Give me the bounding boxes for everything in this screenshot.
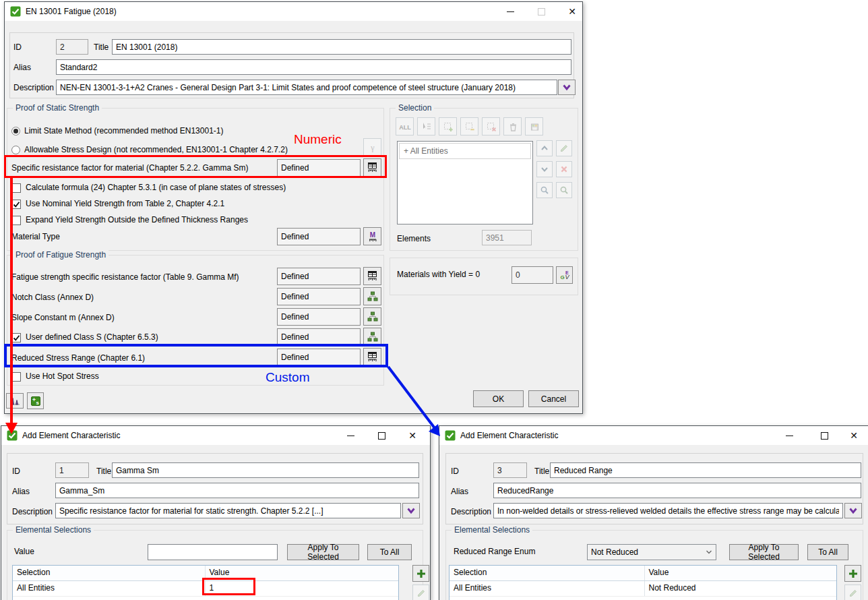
selection-list[interactable]: + All Entities (397, 141, 533, 224)
gamma-sm-value: Defined (277, 159, 361, 177)
check-mark (13, 334, 20, 342)
numeric-table-icon (367, 162, 378, 173)
elements-count-field (482, 230, 532, 245)
pencil-icon (559, 144, 569, 153)
left-dialog: Add Element Characteristic ✕ ID Title Al… (1, 425, 431, 600)
svg-text:V: V (565, 274, 569, 280)
custom-annotation-label: Custom (266, 370, 309, 385)
static-group-title: Proof of Static Strength (13, 103, 102, 113)
minimize-button[interactable] (499, 2, 521, 21)
maximize-button[interactable] (371, 426, 392, 445)
limit-state-radio[interactable] (11, 127, 20, 136)
notch-class-tree-button[interactable] (363, 287, 381, 305)
sn-curve-button[interactable]: +s (27, 392, 44, 409)
expand-yield-checkbox[interactable] (11, 216, 21, 225)
numeric-annotation-label: Numeric (294, 132, 342, 147)
combobox-value: Not Reduced (591, 547, 638, 557)
title-field[interactable] (112, 39, 571, 55)
close-button[interactable]: ✕ (402, 426, 423, 445)
hot-spot-checkbox[interactable] (11, 372, 21, 382)
egv-icon: EGV (559, 270, 570, 280)
description-expand-button[interactable] (844, 503, 862, 518)
alias-field[interactable] (56, 59, 571, 75)
hot-spot-label: Use Hot Spot Stress (26, 371, 99, 382)
materials-egv-button[interactable]: EGV (556, 266, 573, 284)
table-header: Selection Value (450, 566, 836, 581)
maximize-button[interactable] (813, 426, 835, 445)
alias-label: Alias (12, 487, 30, 497)
magnifier-icon (559, 185, 569, 195)
distribution-button[interactable] (6, 393, 24, 409)
pencil-icon (416, 589, 426, 598)
cell-selection: All Entities (13, 581, 206, 596)
selection-list-item[interactable]: + All Entities (399, 143, 531, 159)
description-field[interactable] (493, 503, 843, 518)
alias-field[interactable] (55, 483, 419, 498)
app-check-icon (445, 430, 456, 441)
svg-text:s: s (36, 400, 39, 406)
title-label: Title (96, 467, 111, 477)
elemental-group-title: Elemental Selections (452, 525, 532, 535)
minimize-button[interactable] (778, 426, 800, 445)
cursor-list-icon (421, 121, 432, 132)
close-button[interactable]: ✕ (843, 426, 865, 445)
column-value: Value (206, 566, 399, 580)
allowable-stress-radio[interactable] (11, 146, 20, 154)
material-type-button[interactable]: M (363, 227, 381, 245)
description-field[interactable] (56, 80, 557, 95)
chevron-down-icon (406, 506, 416, 516)
selection-group-title: Selection (396, 103, 434, 113)
table-row[interactable]: All Entities Not Reduced (450, 581, 836, 597)
gamma-sm-table-button[interactable] (363, 158, 381, 177)
table-row[interactable]: All Entities 1 (13, 581, 398, 597)
zoom-out-button (556, 182, 572, 198)
reduced-stress-table-button[interactable] (363, 348, 381, 366)
numeric-table-icon (367, 351, 378, 363)
selection-add-button (439, 117, 457, 136)
slope-constant-tree-button[interactable] (363, 307, 381, 326)
description-field[interactable] (55, 503, 401, 518)
reduced-range-combobox[interactable]: Not Reduced (587, 544, 716, 560)
close-button[interactable]: ✕ (561, 2, 583, 21)
gamma-mf-value: Defined (277, 268, 361, 285)
svg-text:γ: γ (370, 143, 375, 152)
plus-icon (848, 568, 859, 579)
material-type-value: Defined (277, 228, 361, 245)
tree-icon (367, 291, 378, 302)
selection-remove-icon (486, 121, 497, 132)
apply-to-selected-button[interactable]: Apply To Selected (287, 544, 359, 560)
fatigue-strength-group: Proof of Fatigue Strength Fatigue streng… (7, 255, 384, 386)
calc-formula-label: Calculate formula (24) Chapter 5.3.1 (in… (26, 183, 286, 193)
user-class-s-tree-button[interactable] (363, 328, 381, 346)
edit-row-button (844, 584, 861, 600)
alias-field[interactable] (493, 483, 861, 498)
to-all-button[interactable]: To All (807, 544, 848, 560)
apply-to-selected-button[interactable]: Apply To Selected (729, 544, 799, 560)
selection-delete-button (503, 117, 522, 136)
description-expand-button[interactable] (558, 80, 576, 95)
value-label: Value (14, 547, 34, 557)
column-selection: Selection (450, 566, 645, 580)
id-field (493, 462, 527, 478)
description-expand-button[interactable] (402, 503, 420, 518)
title-field[interactable] (112, 462, 419, 478)
user-class-s-checkbox[interactable] (11, 333, 21, 342)
minimize-button[interactable] (340, 426, 361, 445)
calc-formula-checkbox[interactable] (11, 183, 21, 193)
material-type-label: Material Type (11, 232, 60, 242)
add-row-button[interactable] (844, 565, 861, 582)
nominal-yield-checkbox[interactable] (11, 200, 21, 209)
ok-button[interactable]: OK (473, 390, 524, 407)
window-title: Add Element Characteristic (460, 431, 558, 440)
chevron-up-icon (540, 144, 549, 153)
zoom-in-button (536, 182, 553, 198)
reduced-range-enum-label: Reduced Range Enum (454, 547, 535, 557)
to-all-button[interactable]: To All (367, 544, 412, 560)
title-field[interactable] (550, 462, 861, 478)
gamma-mf-table-button[interactable] (363, 267, 381, 285)
cancel-button[interactable]: Cancel (528, 390, 579, 407)
reduced-stress-value: Defined (277, 349, 361, 366)
value-input[interactable] (148, 544, 278, 560)
add-row-button[interactable] (412, 565, 429, 582)
alias-label: Alias (13, 63, 31, 73)
